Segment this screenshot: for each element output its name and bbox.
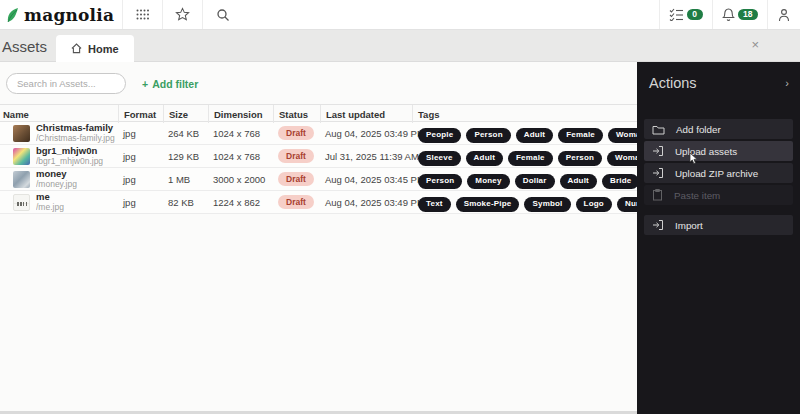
asset-dimension: 1024 x 768 xyxy=(208,128,273,139)
table-row[interactable]: bgr1_mhjw0n /bgr1_mhjw0n.jpg jpg 129 KB … xyxy=(0,145,637,168)
topbar-right: 0 18 xyxy=(659,0,800,29)
asset-path: /bgr1_mhjw0n.jpg xyxy=(36,157,103,167)
table-row[interactable]: money /money.jpg jpg 1 MB 3000 x 2000 Dr… xyxy=(0,168,637,191)
table-row[interactable]: me /me.jpg jpg 82 KB 1224 x 862 Draft Au… xyxy=(0,191,637,214)
tab-home-label: Home xyxy=(88,43,119,55)
asset-name: me xyxy=(36,192,64,203)
tag-pill: Smoke-Pipe xyxy=(456,197,520,212)
asset-updated: Aug 04, 2025 03:49 PM xyxy=(320,128,412,139)
tag-pill: Woman xyxy=(608,128,637,143)
asset-path: /Christmas-family.jpg xyxy=(36,134,115,144)
action-upload-zip[interactable]: Upload ZIP archive xyxy=(644,163,793,183)
close-icon[interactable]: × xyxy=(751,38,759,51)
column-header-format[interactable]: Format xyxy=(118,105,163,123)
action-import[interactable]: Import xyxy=(644,215,793,235)
tag-pill: Person xyxy=(558,151,602,166)
tag-pill: Person xyxy=(418,174,462,189)
tag-pill: Bride xyxy=(602,174,637,189)
star-icon xyxy=(175,7,190,22)
add-filter-button[interactable]: + Add filter xyxy=(142,78,198,90)
actions-title: Actions xyxy=(649,75,697,91)
asset-thumbnail xyxy=(13,171,30,188)
folder-icon xyxy=(652,124,665,135)
mouse-cursor-icon xyxy=(689,153,700,165)
chevron-right-icon[interactable]: › xyxy=(785,77,789,89)
bell-icon xyxy=(722,8,735,22)
tag-pill: Symbol xyxy=(524,197,570,212)
tab-bar: Assets Home × xyxy=(0,30,800,62)
column-header-size[interactable]: Size xyxy=(163,105,208,123)
asset-name: money xyxy=(36,169,77,180)
asset-name: bgr1_mhjw0n xyxy=(36,146,103,157)
asset-dimension: 1024 x 768 xyxy=(208,151,273,162)
asset-size: 264 KB xyxy=(163,128,208,139)
action-label: Upload assets xyxy=(675,146,737,157)
table-row[interactable]: Christmas-family /Christmas-family.jpg j… xyxy=(0,122,637,145)
grid-dots-icon xyxy=(136,9,150,20)
asset-thumbnail xyxy=(13,125,30,142)
logo-text: magnolia xyxy=(24,5,114,25)
asset-format: jpg xyxy=(118,174,163,185)
asset-updated: Jul 31, 2025 11:39 AM xyxy=(320,151,412,162)
action-upload-assets[interactable]: Upload assets xyxy=(644,141,793,161)
status-badge: Draft xyxy=(278,172,314,186)
asset-dimension: 3000 x 2000 xyxy=(208,174,273,185)
asset-size: 129 KB xyxy=(163,151,208,162)
asset-thumbnail xyxy=(13,194,30,211)
tag-pill: Woman xyxy=(607,151,637,166)
tag-pill: Adult xyxy=(466,151,503,166)
assets-table: Name Format Size Dimension Status Last u… xyxy=(0,104,637,214)
actions-list: Add folder Upload assets Upload ZIP arch… xyxy=(637,119,800,235)
search-icon xyxy=(216,8,230,22)
status-badge: Draft xyxy=(278,195,314,209)
magnolia-leaf-icon xyxy=(6,7,21,23)
tag-pill: Sleeve xyxy=(418,151,461,166)
asset-size: 1 MB xyxy=(163,174,208,185)
asset-name: Christmas-family xyxy=(36,123,115,134)
asset-tags: PeoplePersonAdultFemaleWomanBabyPhoto xyxy=(412,123,637,143)
user-icon xyxy=(777,8,791,22)
status-badge: Draft xyxy=(278,126,314,140)
tag-pill: Text xyxy=(418,197,451,212)
actions-panel: Actions › Add folder Upload assets xyxy=(637,62,800,414)
upload-icon xyxy=(652,145,664,157)
asset-path: /money.jpg xyxy=(36,180,77,190)
plus-icon: + xyxy=(142,78,148,90)
asset-thumbnail xyxy=(13,148,30,165)
tag-pill: Female xyxy=(558,128,603,143)
search-input[interactable] xyxy=(6,73,126,94)
tasks-button[interactable]: 0 xyxy=(659,0,712,29)
favorites-button[interactable] xyxy=(162,0,202,29)
tab-home[interactable]: Home xyxy=(56,35,134,62)
tag-pill: Adult xyxy=(560,174,597,189)
app-launcher-button[interactable] xyxy=(122,0,162,29)
asset-tags: PersonMoneyDollarAdultBrideFemaleWoman xyxy=(412,169,637,189)
top-bar: magnolia 0 xyxy=(0,0,800,30)
tasks-checklist-icon xyxy=(669,8,684,21)
tasks-badge: 0 xyxy=(687,9,703,21)
column-header-last-updated[interactable]: Last updated xyxy=(320,105,412,123)
column-header-name[interactable]: Name xyxy=(0,105,118,123)
tag-pill: Female xyxy=(508,151,553,166)
asset-updated: Aug 04, 2025 03:49 PM xyxy=(320,197,412,208)
action-add-folder[interactable]: Add folder xyxy=(644,119,793,139)
column-header-tags[interactable]: Tags xyxy=(412,105,637,123)
asset-format: jpg xyxy=(118,151,163,162)
table-header-row: Name Format Size Dimension Status Last u… xyxy=(0,104,637,122)
action-label: Upload ZIP archive xyxy=(675,168,758,179)
asset-size: 82 KB xyxy=(163,197,208,208)
status-badge: Draft xyxy=(278,149,314,163)
import-icon xyxy=(652,219,664,231)
notifications-button[interactable]: 18 xyxy=(712,0,767,29)
notifications-badge: 18 xyxy=(738,9,758,21)
tag-pill: Money xyxy=(467,174,509,189)
column-header-dimension[interactable]: Dimension xyxy=(208,105,273,123)
search-button[interactable] xyxy=(202,0,242,29)
asset-dimension: 1224 x 862 xyxy=(208,197,273,208)
magnolia-logo[interactable]: magnolia xyxy=(0,5,122,25)
column-header-status[interactable]: Status xyxy=(273,105,320,123)
asset-updated: Aug 04, 2025 03:45 PM xyxy=(320,174,412,185)
user-menu-button[interactable] xyxy=(767,0,800,29)
asset-tags: SleeveAdultFemalePersonWomanBlack-Hair xyxy=(412,146,637,166)
tag-pill: Dollar xyxy=(515,174,555,189)
